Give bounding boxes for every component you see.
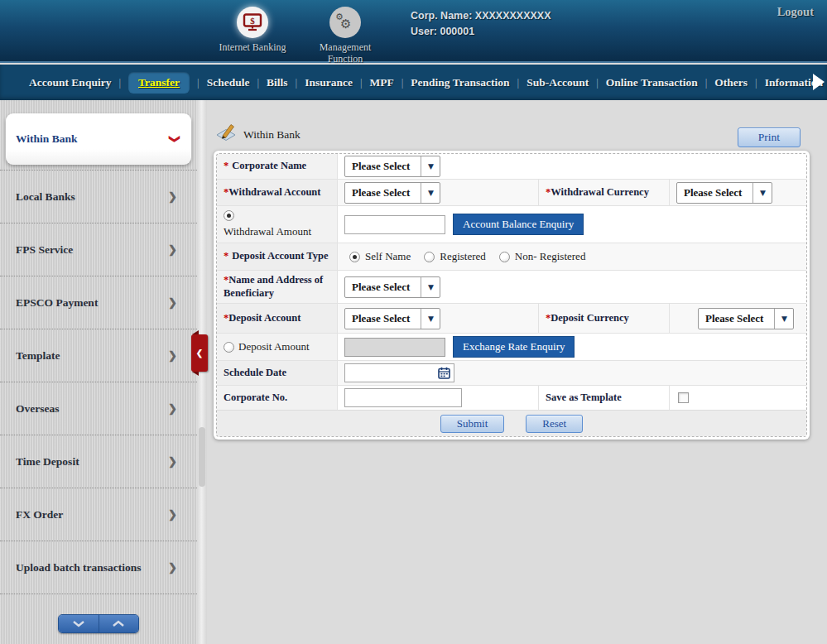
sidebar-item-time-deposit[interactable]: Time Deposit ❯ — [0, 435, 197, 488]
nav-item-schedule[interactable]: Schedule — [207, 76, 250, 89]
nav-item-transfer[interactable]: Transfer — [128, 72, 190, 94]
internet-banking-app[interactable]: $ Internet Banking — [217, 7, 288, 65]
nav-item-insurance[interactable]: Insurance — [305, 76, 353, 89]
self-name-radio[interactable] — [349, 252, 360, 262]
deposit-amount-radio[interactable] — [224, 342, 234, 353]
chevron-left-icon: ❮ — [196, 348, 203, 358]
nav-item-bills[interactable]: Bills — [267, 76, 288, 89]
page-title-row: Within Bank — [215, 122, 301, 142]
sidebar-item-label: FX Order — [16, 508, 63, 521]
nav-item-online-transaction[interactable]: Online Transaction — [606, 76, 698, 89]
reset-button[interactable]: Reset — [526, 415, 583, 433]
management-function-icon[interactable]: ⚙ ⚙ — [329, 7, 361, 38]
nav-item-sub-account[interactable]: Sub-Account — [526, 76, 589, 89]
account-balance-enquiry-button[interactable]: Account Balance Enquiry — [453, 214, 584, 235]
chevron-right-icon: ❯ — [168, 561, 177, 574]
nav-separator: | — [401, 76, 404, 89]
sidebar-item-upload-batch-transactions[interactable]: Upload batch transactions ❯ — [0, 541, 197, 594]
sidebar-item-label: Template — [16, 349, 60, 363]
non-registered-radio[interactable] — [499, 252, 510, 262]
chevron-right-icon: ❯ — [168, 402, 177, 416]
withdrawal-amount-label: Withdrawal Amount — [224, 225, 311, 238]
chevron-down-icon: ▼ — [752, 183, 772, 203]
withdrawal-amount-radio[interactable] — [224, 210, 234, 221]
nav-item-pending-transaction[interactable]: Pending Transaction — [411, 76, 509, 89]
non-registered-label: Non- Registered — [515, 250, 586, 263]
field-input-cell — [338, 386, 538, 410]
user-id-text: User: 000001 — [411, 24, 551, 40]
field-label-cell: *Name and Address of Beneficiary — [217, 271, 338, 303]
nav-item-mpf[interactable]: MPF — [370, 76, 394, 89]
sidebar-item-fx-order[interactable]: FX Order ❯ — [0, 488, 197, 541]
sidebar-collapse-button[interactable]: ❮ — [191, 334, 208, 372]
form-row-deposit-account-type: *Deposit Account Type Self Name Register… — [217, 243, 806, 270]
gear-icon: ⚙ — [335, 12, 344, 22]
sidebar-scroll-up-button[interactable] — [99, 615, 139, 632]
field-input-cell — [670, 386, 806, 410]
select-value: Please Select — [699, 309, 774, 329]
registered-radio[interactable] — [424, 252, 435, 262]
chevron-right-icon: ❯ — [168, 508, 177, 521]
field-label-cell: *Deposit Currency — [538, 304, 670, 333]
nav-item-account-enquiry[interactable]: Account Enquiry — [29, 76, 111, 89]
nav-item-others[interactable]: Others — [714, 76, 748, 89]
within-bank-form: *Corporate Name Please Select ▼ *Withdra… — [214, 151, 810, 440]
deposit-account-select[interactable]: Please Select ▼ — [344, 308, 440, 329]
select-value: Please Select — [677, 183, 752, 203]
scrollbar-thumb[interactable] — [199, 427, 205, 487]
sidebar-item-epsco-payment[interactable]: EPSCO Payment ❯ — [0, 276, 197, 329]
select-value: Please Select — [345, 309, 421, 329]
sidebar-item-within-bank[interactable]: Within Bank ❯ — [6, 113, 191, 165]
chevron-down-icon: ▼ — [421, 183, 440, 203]
field-label-cell: *Deposit Account — [217, 304, 338, 333]
chevron-down-icon: ▼ — [421, 156, 440, 176]
withdrawal-currency-select[interactable]: Please Select ▼ — [676, 182, 772, 204]
field-input-cell: Account Balance Enquiry — [338, 206, 806, 243]
form-row-deposit-account: *Deposit Account Please Select ▼ *Deposi… — [217, 303, 806, 333]
chevron-up-icon — [112, 620, 125, 627]
nav-separator: | — [118, 76, 121, 89]
nav-separator: | — [755, 76, 757, 89]
field-label-cell: *Corporate Name — [217, 154, 338, 179]
page-title: Within Bank — [243, 128, 301, 142]
logout-link[interactable]: Logout — [777, 5, 814, 19]
sidebar-item-overseas[interactable]: Overseas ❯ — [0, 382, 197, 435]
withdrawal-account-select[interactable]: Please Select ▼ — [344, 182, 440, 204]
chevron-down-icon — [72, 620, 85, 627]
field-label-cell: Corporate No. — [217, 386, 338, 410]
banking-app-window: $ Internet Banking ⚙ ⚙ Management Functi… — [0, 0, 827, 644]
chevron-down-icon: ❯ — [169, 135, 182, 144]
internet-banking-icon[interactable]: $ — [237, 7, 268, 38]
exchange-rate-enquiry-button[interactable]: Exchange Rate Enquiry — [453, 336, 575, 358]
beneficiary-select[interactable]: Please Select ▼ — [344, 276, 440, 298]
field-label-cell: *Withdrawal Currency — [538, 180, 670, 205]
nav-separator: | — [197, 76, 200, 89]
nav-overflow-arrow-icon[interactable] — [813, 74, 825, 90]
sidebar-scroll-down-button[interactable] — [59, 615, 99, 632]
calendar-icon[interactable] — [438, 367, 450, 382]
print-button[interactable]: Print — [738, 127, 801, 147]
schedule-date-label: Schedule Date — [224, 367, 286, 380]
submit-button[interactable]: Submit — [440, 415, 505, 433]
field-label-cell: Withdrawal Amount — [217, 206, 338, 243]
sidebar-item-label: Upload batch transactions — [16, 561, 142, 574]
sidebar: Within Bank ❯ Local Banks ❯ FPS Service … — [0, 100, 197, 644]
withdrawal-amount-input[interactable] — [344, 215, 445, 234]
sidebar-item-label: Local Banks — [16, 190, 75, 204]
corporate-no-input[interactable] — [344, 388, 462, 407]
form-row-withdrawal-amount: Withdrawal Amount Account Balance Enquir… — [217, 205, 806, 243]
deposit-amount-label: Deposit Amount — [238, 340, 310, 353]
sidebar-item-local-banks[interactable]: Local Banks ❯ — [0, 171, 197, 223]
sidebar-item-template[interactable]: Template ❯ — [0, 329, 197, 382]
sidebar-item-fps-service[interactable]: FPS Service ❯ — [0, 223, 197, 276]
deposit-currency-select[interactable]: Please Select ▼ — [698, 308, 794, 329]
chevron-right-icon: ❯ — [168, 190, 177, 204]
nav-separator: | — [705, 76, 708, 89]
management-function-app[interactable]: ⚙ ⚙ Management Function — [310, 7, 381, 65]
save-as-template-checkbox[interactable] — [678, 392, 689, 403]
field-input-cell: Please Select ▼ — [338, 271, 806, 303]
field-label-cell: Save as Template — [538, 386, 670, 410]
corporate-name-select[interactable]: Please Select ▼ — [344, 156, 440, 177]
field-input-cell: Please Select ▼ — [338, 154, 806, 179]
deposit-amount-input[interactable] — [344, 338, 445, 357]
